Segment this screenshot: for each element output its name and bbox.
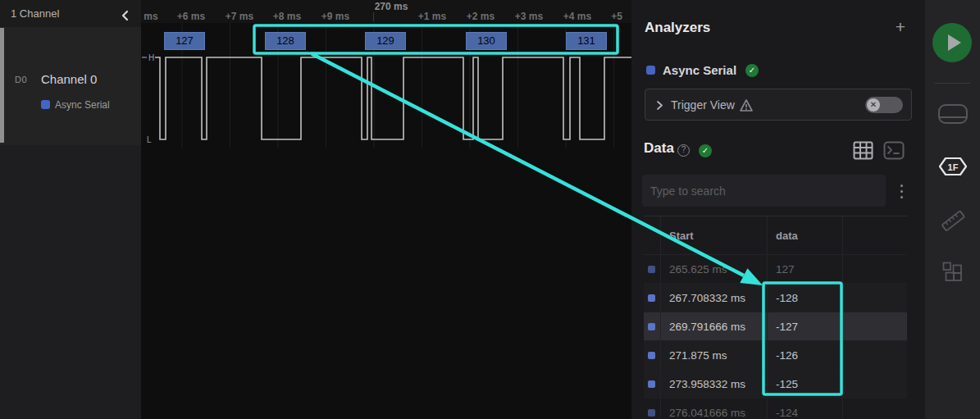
row-analyzer-icon <box>644 370 660 398</box>
row-analyzer-icon <box>644 312 660 340</box>
table-options-icon[interactable] <box>896 184 907 198</box>
collapse-sidebar-icon[interactable] <box>118 6 133 20</box>
channel-analyzer-label: Async Serial <box>55 99 110 111</box>
row-analyzer-icon <box>644 399 660 419</box>
channel-scrollbar[interactable] <box>0 28 4 143</box>
cell-start: 265.625 ms <box>660 255 767 283</box>
timeline-tick-label: +3 ms <box>515 11 543 22</box>
table-row[interactable]: 265.625 ms127 <box>644 255 907 284</box>
channel-name-label: Channel 0 <box>41 72 97 86</box>
trigger-view-toggle[interactable] <box>865 97 903 113</box>
timeline-tick-label: +5 <box>611 11 622 22</box>
add-analyzer-button[interactable]: + <box>891 18 909 36</box>
analyzer-color-icon <box>646 66 655 75</box>
cell-start: 267.708332 ms <box>660 284 767 312</box>
high-level-label: H <box>148 53 154 62</box>
cell-start: 271.875 ms <box>660 341 767 369</box>
decoded-byte-annotation: 129 <box>365 32 406 50</box>
timeline-major-tick <box>373 12 374 21</box>
decoded-byte-annotation: 127 <box>164 32 205 50</box>
row-analyzer-icon <box>644 341 660 369</box>
timeline-tick-label: +6 ms <box>177 11 205 22</box>
play-button[interactable] <box>932 23 972 62</box>
channels-count-label: 1 Channel <box>11 0 59 27</box>
table-row[interactable]: 267.708332 ms-128 <box>644 284 907 312</box>
data-success-icon <box>699 144 712 157</box>
play-icon <box>948 34 961 51</box>
analyzer-success-icon <box>745 64 759 77</box>
timeline-tick-label: +4 ms <box>563 11 591 22</box>
timeline-tick-label: +1 ms <box>418 11 446 22</box>
timeline-ruler[interactable]: 270 ms ms+6 ms+7 ms+8 ms+9 ms+1 ms+2 ms+… <box>141 0 631 23</box>
data-table: Start data 265.625 ms127267.708332 ms-12… <box>644 216 907 419</box>
sidebar-lower-area <box>0 145 141 419</box>
warning-icon <box>740 99 753 112</box>
data-section-title: Data <box>644 140 674 157</box>
analyzer-name-label[interactable]: Async Serial <box>663 63 736 77</box>
analyzer-color-icon <box>41 100 50 109</box>
channel-id-label: D0 <box>15 75 27 84</box>
cell-start: 276.041666 ms <box>660 399 767 419</box>
digital-signal-trace <box>155 57 631 139</box>
decoded-byte-annotation: 131 <box>566 32 607 50</box>
toggle-off-knob-icon <box>867 98 880 112</box>
cell-start: 273.958332 ms <box>660 370 767 398</box>
hex-display-mode-icon[interactable]: 1F <box>925 156 980 180</box>
row-analyzer-icon <box>644 255 660 283</box>
table-row[interactable]: 271.875 ms-126 <box>644 341 907 370</box>
device-settings-icon[interactable] <box>925 103 980 128</box>
trigger-view-row[interactable]: Trigger View <box>645 89 912 121</box>
timeline-tick-label: +2 ms <box>467 11 495 22</box>
cell-data: -127 <box>767 312 842 340</box>
decoded-byte-annotation: 128 <box>265 32 306 50</box>
low-level-label: L <box>147 135 152 144</box>
cell-data: -125 <box>767 370 842 398</box>
cell-data: -126 <box>767 341 842 369</box>
side-toolbar: 1F <box>925 0 980 419</box>
search-input[interactable] <box>642 175 886 207</box>
table-view-icon[interactable] <box>853 141 873 163</box>
cell-start: 269.791666 ms <box>660 312 767 340</box>
measure-ruler-icon[interactable] <box>925 208 980 236</box>
channels-header: 1 Channel <box>0 0 141 27</box>
cell-data: -128 <box>767 284 842 312</box>
timeline-tick-label: +7 ms <box>226 11 253 22</box>
help-icon[interactable] <box>677 144 690 157</box>
timeline-tick-label: +8 ms <box>273 11 301 22</box>
cell-data: 127 <box>767 255 842 283</box>
extensions-icon[interactable] <box>925 262 980 286</box>
cell-data: -124 <box>767 399 842 419</box>
hex-badge-label: 1F <box>947 162 958 172</box>
analyzers-panel: Analyzers + Async Serial Trigger View Da… <box>631 0 925 419</box>
table-row[interactable]: 273.958332 ms-125 <box>644 370 907 399</box>
decoded-byte-annotation: 130 <box>466 32 507 50</box>
column-header-start: Start <box>660 216 767 254</box>
row-analyzer-icon <box>644 284 660 312</box>
channel-panel[interactable]: D0 Channel 0 Async Serial <box>0 27 141 145</box>
chevron-right-icon <box>655 100 663 111</box>
data-table-header: Start data <box>644 216 907 255</box>
timeline-major-label: 270 ms <box>375 1 408 12</box>
terminal-view-icon[interactable] <box>883 141 905 163</box>
data-table-body: 265.625 ms127267.708332 ms-128269.791666… <box>644 255 907 419</box>
table-row[interactable]: 276.041666 ms-124 <box>644 399 907 419</box>
logic-analyzer-app: 1 Channel D0 Channel 0 Async Serial 270 … <box>0 0 980 419</box>
timeline-tick-label: +9 ms <box>321 11 349 22</box>
trigger-view-label: Trigger View <box>671 98 735 112</box>
timeline-tick-label: ms <box>144 11 157 22</box>
table-row[interactable]: 269.791666 ms-127 <box>644 312 907 341</box>
column-header-data: data <box>767 216 842 254</box>
analyzers-title: Analyzers <box>645 20 710 36</box>
